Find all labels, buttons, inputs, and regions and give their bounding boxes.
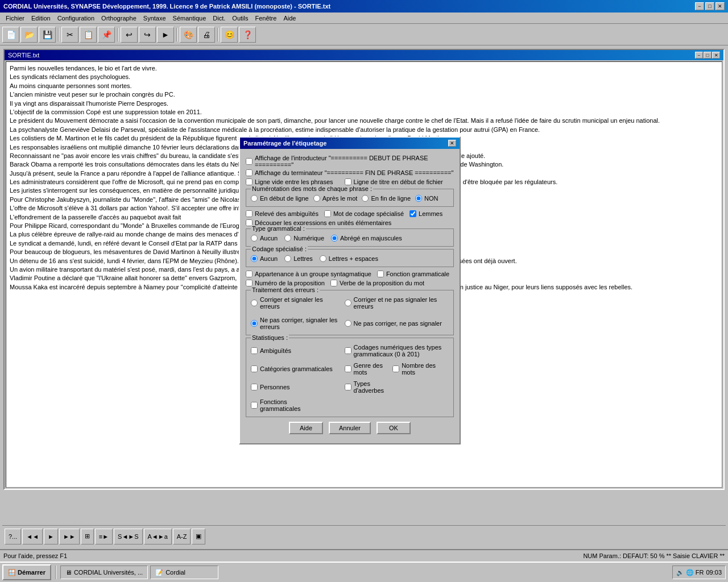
cb-types-adv: Types d'adverbes (345, 380, 388, 394)
az-btn[interactable]: A-Z (173, 529, 191, 544)
radio-cs-lettres-input[interactable] (284, 255, 291, 262)
cb-affichage-intro-label: Affichage de l'introducteur "========== … (255, 155, 454, 168)
radio-tr-corriger-pas-input[interactable] (345, 300, 351, 306)
tool3-button[interactable]: ► (157, 27, 174, 43)
menu-semantique[interactable]: Sémantique (169, 14, 210, 22)
cb-genre: Genre des mots (345, 362, 388, 376)
minimize-button[interactable]: − (695, 2, 704, 10)
new-button[interactable]: 📄 (2, 27, 19, 43)
radio-tg-aucun-input[interactable] (251, 235, 258, 242)
redo-button[interactable]: ↪ (139, 27, 156, 43)
menu-orthographe[interactable]: Orthographe (98, 14, 140, 22)
cb-ligne-vide[interactable] (246, 178, 253, 185)
cut-button[interactable]: ✂ (61, 27, 78, 43)
cb-fonctions-input[interactable] (251, 402, 258, 409)
close-button[interactable]: ✕ (715, 2, 725, 10)
radio-tr-pas-corriger-input[interactable] (251, 320, 258, 327)
radio-tr-pas-signaler-input[interactable] (345, 320, 351, 327)
forward-btn[interactable]: ►► (59, 529, 80, 544)
menu-fichier[interactable]: Fichier (2, 14, 28, 22)
cb-categories-input[interactable] (251, 365, 258, 372)
main-toolbar: 📄 📂 💾 ✂ 📋 📌 ↩ ↪ ► 🎨 🖨 😊 ❓ (0, 24, 728, 45)
doc-maximize-button[interactable]: □ (704, 52, 712, 59)
smiley-button[interactable]: 😊 (221, 27, 238, 43)
cb-nombre-input[interactable] (392, 365, 399, 372)
numeration-radios: En début de ligne Après le mot En fin de… (251, 194, 449, 203)
menu-dict[interactable]: Dict. (209, 14, 229, 22)
cb-affichage-term[interactable] (246, 169, 253, 176)
cb-affichage-intro[interactable] (246, 158, 253, 165)
cb-verbe-prop-input[interactable] (330, 280, 337, 286)
title-bar-buttons: − □ ✕ (695, 2, 725, 10)
dialog-close-button[interactable]: ✕ (448, 140, 456, 147)
cb-numero-prop-input[interactable] (246, 280, 253, 286)
maximize-button[interactable]: □ (705, 2, 714, 10)
radio-fin-ligne-input[interactable] (362, 195, 369, 202)
rewind-btn[interactable]: ◄◄ (22, 529, 43, 544)
doc-minimize-button[interactable]: − (695, 52, 703, 59)
stats-checkboxes: Ambiguïtés Codages numériques des types … (251, 343, 449, 413)
start-button[interactable]: 🪟 Démarrer (2, 564, 51, 580)
cb-lemmes-input[interactable] (410, 210, 416, 217)
grid-btn[interactable]: ⊞ (81, 529, 94, 544)
menu-syntaxe[interactable]: Syntaxe (140, 14, 169, 22)
case-btn[interactable]: A◄►a (144, 529, 172, 544)
help-btn-bottom[interactable]: ?... (5, 529, 21, 544)
radio-non: NON (415, 195, 438, 202)
radio-tg-abrege-input[interactable] (331, 235, 338, 242)
menu-configuration[interactable]: Configuration (54, 14, 98, 22)
cb-genre-input[interactable] (345, 365, 351, 372)
cb-appartenance-input[interactable] (246, 271, 253, 277)
radio-cs-aucun-input[interactable] (251, 255, 258, 262)
aide-button[interactable]: Aide (289, 422, 323, 434)
radio-cs-lettres-espaces-input[interactable] (320, 255, 326, 262)
cb-nombre: Nombre des mots (392, 362, 436, 376)
menu-aide[interactable]: Aide (280, 14, 299, 22)
radio-apres-mot-input[interactable] (313, 195, 320, 202)
status-left: Pour l'aide, pressez F1 (3, 552, 67, 559)
cb-mot-codage-input[interactable] (324, 210, 331, 217)
undo-button[interactable]: ↩ (121, 27, 138, 43)
print-button[interactable]: 🖨 (198, 27, 215, 43)
radio-non-input[interactable] (415, 195, 422, 202)
menu-fenetre[interactable]: Fenêtre (251, 14, 280, 22)
taskbar-cordial-btn[interactable]: 🖥 CORDIAL Universités, ... (60, 566, 148, 579)
radio-cs-lettres-espaces-label: Lettres + espaces (329, 255, 378, 262)
cb-personnes-input[interactable] (251, 384, 258, 390)
cb-fonction-input[interactable] (377, 271, 384, 277)
play-btn[interactable]: ► (44, 529, 58, 544)
radio-debut-ligne-input[interactable] (251, 195, 258, 202)
block-btn[interactable]: ▣ (192, 529, 205, 544)
cb-types-adv-input[interactable] (345, 384, 351, 390)
menu-edition[interactable]: Edition (28, 14, 54, 22)
radio-tr-corriger-pas-label: Corriger et ne pas signaler les erreurs (354, 296, 444, 310)
radio-tr-corriger-label: Corriger et signaler les erreurs (260, 296, 340, 310)
radio-tg-aucun-label: Aucun (260, 235, 278, 242)
cb-categories: Catégories grammaticales (251, 362, 340, 376)
open-button[interactable]: 📂 (20, 27, 38, 43)
help-button[interactable]: ❓ (239, 27, 256, 43)
annuler-button[interactable]: Annuler (329, 422, 371, 434)
cb-appartenance: Appartenance à un groupe syntagmatique (246, 271, 371, 277)
list-btn[interactable]: ≡► (95, 529, 113, 544)
color-button[interactable]: 🎨 (180, 27, 197, 43)
bottom-toolbar: ?... ◄◄ ► ►► ⊞ ≡► S◄►S A◄►a A-Z ▣ (2, 525, 726, 547)
cb-fonction-label: Fonction grammaticale (386, 271, 449, 277)
copy-button[interactable]: 📋 (80, 27, 97, 43)
doc-close-button[interactable]: ✕ (712, 52, 720, 59)
cb-codages-numeriques-input[interactable] (345, 347, 351, 354)
cb-releve-input[interactable] (246, 210, 253, 217)
radio-tr-corriger-input[interactable] (251, 300, 258, 306)
type-grammatical-radios: Aucun Numérique Abrégé en majuscules (251, 234, 449, 243)
taskbar-cordial2-btn[interactable]: 📝 Cordial (150, 566, 218, 579)
sort-btn[interactable]: S◄►S (114, 529, 142, 544)
save-button[interactable]: 💾 (39, 27, 56, 43)
menu-outils[interactable]: Outils (229, 14, 251, 22)
radio-tg-numerique-input[interactable] (284, 235, 291, 242)
paste-button[interactable]: 📌 (98, 27, 115, 43)
cb-codages-numeriques: Codages numériques des types grammaticau… (345, 344, 444, 357)
cb-ambiguites-input[interactable] (251, 347, 258, 354)
ok-button[interactable]: OK (377, 422, 411, 434)
cb-ligne-titre-row: Ligne de titre en début de fichier (345, 178, 443, 185)
cb-ligne-titre[interactable] (345, 178, 351, 185)
